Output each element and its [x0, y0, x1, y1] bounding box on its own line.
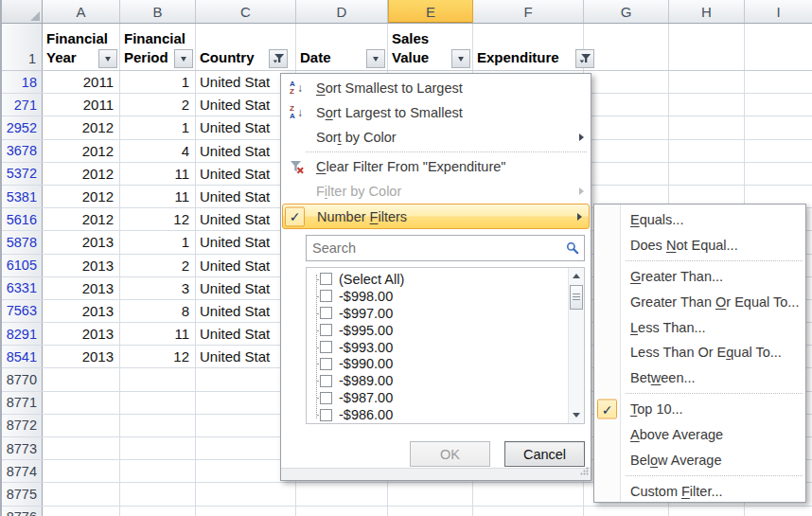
submenu-item-greater-than[interactable]: Greater Than...	[594, 264, 805, 290]
cell-year[interactable]: 2012	[43, 208, 120, 230]
filter-value-item[interactable]: -$987.00	[307, 389, 568, 406]
cell-period[interactable]: 1	[120, 116, 196, 138]
resize-grip-icon[interactable]	[580, 463, 589, 478]
cell-period[interactable]: 1	[120, 231, 196, 253]
cell-empty[interactable]	[120, 507, 196, 516]
filter-value-item[interactable]: -$989.00	[307, 372, 568, 389]
menu-item-clear-filter[interactable]: Clear Filter From "Expenditure"	[281, 154, 591, 179]
cell-empty[interactable]	[120, 415, 196, 436]
checkbox[interactable]	[320, 341, 332, 353]
filter-dropdown-button-financial-year[interactable]	[98, 49, 117, 68]
filter-value-item[interactable]: -$993.00	[307, 339, 568, 356]
cell-empty[interactable]	[43, 415, 120, 436]
column-header-B[interactable]: B	[120, 0, 196, 23]
column-header-I[interactable]: I	[745, 0, 812, 23]
row-header[interactable]: 8775	[0, 483, 43, 505]
header-cell-sales-value[interactable]: Sales Value	[388, 24, 473, 70]
filter-dropdown-button-financial-period[interactable]	[174, 49, 193, 68]
row-header[interactable]: 8541	[0, 346, 43, 367]
cell-period[interactable]: 2	[120, 94, 196, 116]
menu-item-number-filters[interactable]: ✓ Number Filters	[282, 204, 590, 229]
cell-year[interactable]: 2013	[43, 277, 120, 299]
scroll-down-button[interactable]	[569, 407, 584, 423]
cell-period[interactable]: 1	[120, 71, 196, 93]
cell-year[interactable]: 2011	[43, 94, 120, 116]
row-header[interactable]: 3678	[0, 140, 43, 162]
header-cell-financial-period[interactable]: Financial Period	[120, 24, 196, 70]
row-header[interactable]: 8776	[0, 507, 43, 516]
row-header[interactable]: 271	[0, 94, 43, 116]
cancel-button[interactable]: Cancel	[504, 441, 585, 467]
row-header[interactable]: 8773	[0, 437, 43, 459]
header-cell-expenditure[interactable]: Expenditure	[473, 24, 584, 70]
cell-period[interactable]: 11	[120, 163, 196, 185]
checkbox[interactable]	[320, 324, 332, 336]
row-header[interactable]: 8771	[0, 392, 43, 414]
header-cell-country[interactable]: Country	[196, 24, 296, 70]
cell-empty[interactable]	[120, 460, 196, 482]
column-header-D[interactable]: D	[296, 0, 388, 23]
submenu-item-below-average[interactable]: Below Average	[594, 447, 805, 472]
cell-period[interactable]: 12	[120, 346, 196, 367]
row-header[interactable]: 2952	[0, 116, 43, 138]
cell-empty[interactable]	[43, 437, 120, 459]
cell-year[interactable]: 2012	[43, 186, 120, 207]
filter-value-select-all[interactable]: (Select All)	[307, 271, 568, 288]
cell-period[interactable]: 11	[120, 186, 196, 207]
cell-empty[interactable]	[43, 392, 120, 414]
cell-year[interactable]: 2012	[43, 116, 120, 138]
header-cell-financial-year[interactable]: Financial Year	[43, 24, 120, 70]
cell-empty[interactable]	[43, 460, 120, 482]
filter-applied-button-country[interactable]	[269, 49, 288, 68]
submenu-item-less-than[interactable]: Less Than...	[594, 314, 805, 340]
filter-value-item-partial[interactable]	[307, 423, 568, 424]
submenu-item-custom-filter[interactable]: Custom Filter...	[594, 479, 805, 505]
cell-year[interactable]: 2013	[43, 323, 120, 345]
submenu-item-top-10[interactable]: ✓ Top 10...	[594, 397, 805, 422]
column-header-G[interactable]: G	[584, 0, 669, 23]
column-header-A[interactable]: A	[43, 0, 120, 23]
cell-empty[interactable]	[120, 392, 196, 414]
checkbox[interactable]	[320, 392, 332, 404]
checkbox[interactable]	[320, 273, 332, 285]
cell-year[interactable]: 2012	[43, 163, 120, 185]
cell-period[interactable]: 12	[120, 208, 196, 230]
column-header-E-selected[interactable]: E	[388, 0, 473, 23]
cell-empty[interactable]	[43, 507, 120, 516]
cell-year[interactable]: 2013	[43, 255, 120, 276]
checkbox[interactable]	[320, 307, 332, 319]
cell-empty[interactable]	[196, 483, 296, 505]
empty-header-cells[interactable]	[584, 24, 812, 70]
row-header[interactable]: 7563	[0, 300, 43, 322]
cell-period[interactable]: 3	[120, 277, 196, 299]
cell-year[interactable]: 2013	[43, 346, 120, 367]
list-scrollbar[interactable]	[568, 268, 584, 423]
checkbox[interactable]	[320, 409, 332, 421]
ok-button[interactable]: OK	[410, 441, 490, 467]
filter-value-item[interactable]: -$995.00	[307, 322, 568, 339]
filter-value-item[interactable]: -$986.00	[307, 406, 568, 423]
filter-value-item[interactable]: -$990.00	[307, 355, 568, 372]
row-header[interactable]: 5381	[0, 186, 43, 207]
checkbox[interactable]	[320, 290, 332, 302]
cell-empty[interactable]	[120, 437, 196, 459]
row-header[interactable]: 5372	[0, 163, 43, 185]
filter-applied-button-expenditure[interactable]	[575, 49, 594, 68]
row-header[interactable]: 5616	[0, 208, 43, 230]
search-input[interactable]	[307, 240, 566, 256]
cell-period[interactable]: 11	[120, 323, 196, 345]
menu-item-sort-by-color[interactable]: Sort by Color	[281, 125, 591, 150]
row-header[interactable]: 18	[0, 71, 43, 93]
cell-year[interactable]: 2012	[43, 140, 120, 162]
menu-item-sort-smallest-to-largest[interactable]: AZ↓ Sort Smallest to Largest	[281, 76, 591, 100]
submenu-item-greater-than-or-equal-to[interactable]: Greater Than Or Equal To...	[594, 290, 805, 315]
column-header-F[interactable]: F	[473, 0, 584, 23]
cell-year[interactable]: 2011	[43, 71, 120, 93]
cell-empty[interactable]	[120, 483, 196, 505]
cell-empty[interactable]	[43, 483, 120, 505]
row-header[interactable]: 8291	[0, 323, 43, 345]
row-header[interactable]: 5878	[0, 231, 43, 253]
filter-value-item[interactable]: -$998.00	[307, 288, 568, 305]
menu-item-sort-largest-to-smallest[interactable]: ZA↓ Sort Largest to Smallest	[281, 100, 591, 125]
column-header-C[interactable]: C	[196, 0, 296, 23]
